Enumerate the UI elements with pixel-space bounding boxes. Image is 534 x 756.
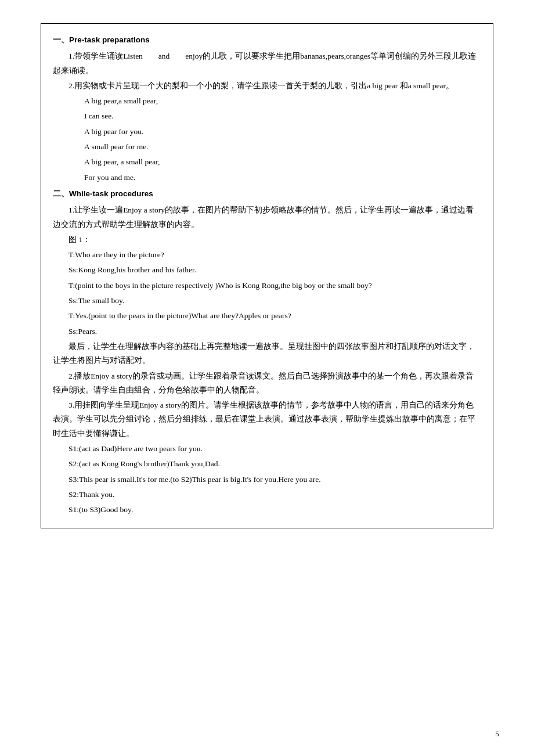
page-container: 一、Pre-task preparations 1.带领学生诵读Listen a… [0,0,534,756]
dialog1-line1: T:Who are they in the picture? [68,248,481,262]
section2-p4: 3.用挂图向学生呈现Enjoy a story的图片。请学生根据该故事的情节，参… [53,398,481,441]
section1-title: 一、Pre-task preparations [53,33,481,47]
dialog1-line5: T:Yes.(point to the pears in the picture… [68,309,481,323]
section1-p2: 2.用实物或卡片呈现一个大的梨和一个小的梨，请学生跟读一首关于梨的儿歌，引出a … [53,79,481,93]
section2-p1: 1.让学生读一遍Enjoy a story的故事，在图片的帮助下初步领略故事的情… [53,203,481,232]
poem-line-5: A big pear, a small pear, [84,155,481,169]
section2-p3: 2.播放Enjoy a story的录音或动画。让学生跟着录音读课文。然后自己选… [53,369,481,398]
page-number: 5 [496,729,500,739]
dialog1-line4: Ss:The small boy. [68,294,481,308]
fig1-label: 图 1： [68,233,481,247]
section1-p1: 1.带领学生诵读Listen and enjoy的儿歌，可以要求学生把用bana… [53,49,481,78]
dialog2-line1: S1:(act as Dad)Here are two pears for yo… [68,442,481,456]
dialog2-line5: S1:(to S3)Good boy. [68,503,481,517]
section2-title: 二、While-task procedures [53,187,481,201]
dialog2-line2: S2:(act as Kong Rong's brother)Thank you… [68,457,481,471]
poem-line-1: A big pear,a small pear, [84,94,481,108]
dialog2-line3: S3:This pear is small.It's for me.(to S2… [68,473,481,487]
poem-line-3: A big pear for you. [84,125,481,139]
section2-p2: 最后，让学生在理解故事内容的基础上再完整地读一遍故事。呈现挂图中的四张故事图片和… [53,340,481,368]
dialog1-line3: T:(point to the boys in the picture resp… [68,279,481,293]
content-box: 一、Pre-task preparations 1.带领学生诵读Listen a… [41,23,493,528]
dialog2-line4: S2:Thank you. [68,488,481,502]
poem-line-2: I can see. [84,109,481,123]
poem-line-6: For you and me. [84,171,481,185]
dialog1-line6: Ss:Pears. [68,325,481,339]
poem-line-4: A small pear for me. [84,140,481,154]
dialog1-line2: Ss:Kong Rong,his brother and his father. [68,263,481,277]
